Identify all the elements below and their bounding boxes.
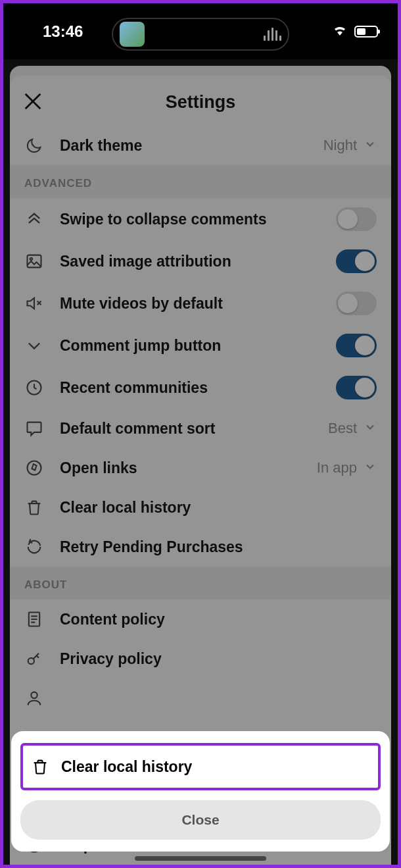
dynamic-island[interactable] — [112, 18, 289, 51]
action-label: Clear local history — [61, 758, 192, 776]
home-indicator[interactable] — [135, 856, 266, 861]
audio-bars-icon — [264, 28, 281, 41]
status-right — [332, 22, 378, 41]
battery-icon — [354, 26, 378, 38]
status-bar: 13:46 — [3, 3, 398, 59]
action-clear-local-history[interactable]: Clear local history — [20, 743, 381, 790]
app-thumbnail-icon — [120, 22, 145, 47]
action-sheet: Clear local history Close — [11, 731, 390, 852]
status-time: 13:46 — [43, 22, 83, 41]
trash-icon — [31, 757, 49, 776]
wifi-icon — [332, 22, 348, 41]
close-button[interactable]: Close — [20, 800, 381, 840]
